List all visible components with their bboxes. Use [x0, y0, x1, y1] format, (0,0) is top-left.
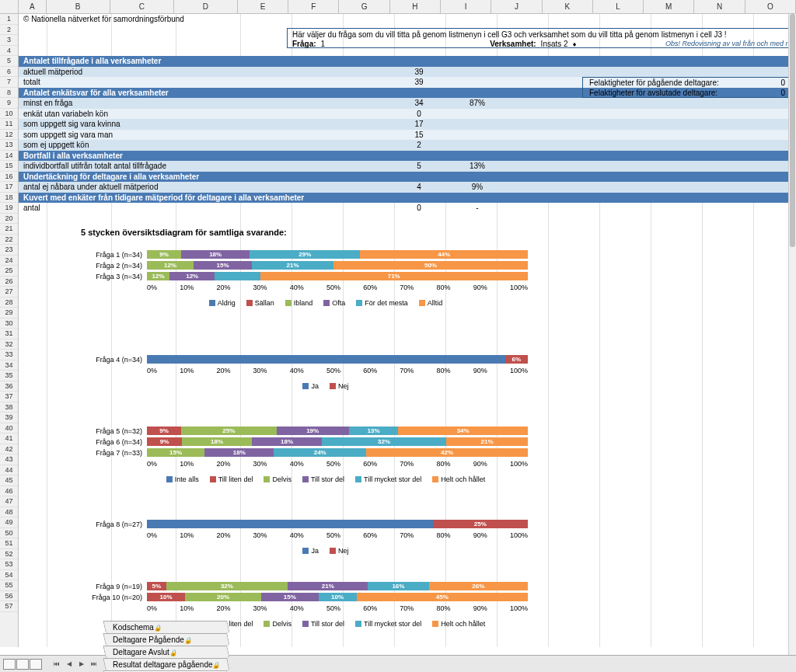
col-header-J[interactable]: J: [491, 0, 542, 13]
row-number[interactable]: 10: [0, 109, 18, 120]
row-number[interactable]: 11: [0, 119, 18, 130]
row-number[interactable]: 18: [0, 193, 18, 204]
row-number[interactable]: 57: [0, 601, 18, 612]
tab-next-icon[interactable]: ▶: [76, 659, 87, 670]
row-number[interactable]: 16: [0, 172, 18, 183]
corner-cell[interactable]: [0, 0, 19, 13]
view-normal-icon[interactable]: [3, 659, 16, 670]
row-number[interactable]: 56: [0, 591, 18, 602]
row-value: 39: [396, 68, 442, 76]
legend-swatch: [166, 476, 173, 482]
row-number[interactable]: 5: [0, 56, 18, 67]
row-number[interactable]: 29: [0, 308, 18, 319]
col-header-A[interactable]: A: [19, 0, 47, 13]
view-layout-icon[interactable]: [16, 659, 29, 670]
row-number[interactable]: 13: [0, 140, 18, 151]
row-number[interactable]: 15: [0, 161, 18, 172]
row-number[interactable]: 28: [0, 298, 18, 308]
col-header-N[interactable]: N: [694, 0, 745, 13]
sheet-tab[interactable]: Kodschema🔒: [103, 621, 230, 633]
row-number[interactable]: 25: [0, 266, 18, 277]
view-break-icon[interactable]: [30, 659, 42, 670]
row-number[interactable]: 51: [0, 538, 18, 549]
col-header-I[interactable]: I: [441, 0, 491, 13]
col-header-B[interactable]: B: [47, 0, 110, 13]
row-number[interactable]: 43: [0, 454, 18, 465]
axis-label: 100%: [510, 604, 528, 612]
row-number[interactable]: 46: [0, 486, 18, 497]
row-number[interactable]: 12: [0, 130, 18, 141]
axis-label: 70%: [400, 367, 414, 374]
row-number[interactable]: 55: [0, 580, 18, 591]
col-header-F[interactable]: F: [288, 0, 339, 13]
sheet-tab[interactable]: Deltagare Pågående🔒: [103, 633, 230, 646]
col-header-K[interactable]: K: [543, 0, 593, 13]
row-number[interactable]: 54: [0, 570, 18, 581]
col-header-L[interactable]: L: [593, 0, 644, 13]
verksamhet-value[interactable]: Insats 2: [541, 40, 568, 48]
row-number[interactable]: 14: [0, 151, 18, 162]
row-number[interactable]: 21: [0, 224, 18, 235]
row-number[interactable]: 22: [0, 235, 18, 245]
row-number[interactable]: 38: [0, 402, 18, 413]
row-number[interactable]: 33: [0, 350, 18, 360]
axis-label: 70%: [400, 531, 414, 539]
row-number[interactable]: 42: [0, 444, 18, 455]
tab-first-icon[interactable]: ⏮: [51, 659, 62, 670]
col-header-E[interactable]: E: [238, 0, 288, 13]
row-number[interactable]: 20: [0, 214, 18, 225]
row-number[interactable]: 36: [0, 381, 18, 392]
row-number[interactable]: 7: [0, 77, 18, 88]
row-number[interactable]: 50: [0, 528, 18, 539]
row-number[interactable]: 6: [0, 67, 18, 78]
col-header-C[interactable]: C: [110, 0, 174, 13]
row-number[interactable]: 17: [0, 182, 18, 193]
row-number[interactable]: 1: [0, 14, 18, 25]
vertical-scrollbar[interactable]: [788, 14, 796, 655]
col-header-G[interactable]: G: [339, 0, 389, 13]
stepper-icon[interactable]: ♦: [573, 40, 577, 48]
row-number[interactable]: 40: [0, 423, 18, 434]
row-number[interactable]: 9: [0, 98, 18, 109]
col-header-O[interactable]: O: [745, 0, 796, 13]
row-number[interactable]: 23: [0, 245, 18, 256]
fraga-value[interactable]: 1: [321, 40, 326, 48]
row-number[interactable]: 48: [0, 507, 18, 518]
row-number[interactable]: 24: [0, 256, 18, 266]
row-number[interactable]: 31: [0, 329, 18, 339]
axis-label: 60%: [363, 284, 377, 291]
row-number[interactable]: 52: [0, 549, 18, 560]
sheet-tab[interactable]: Resultat deltagare pågående🔒: [103, 658, 230, 670]
row-number[interactable]: 19: [0, 203, 18, 214]
row-number[interactable]: 45: [0, 475, 18, 486]
scrollbar-thumb[interactable]: [790, 14, 795, 247]
fraga-label: Fråga:: [292, 40, 316, 48]
row-number[interactable]: 4: [0, 46, 18, 57]
row-number[interactable]: 3: [0, 35, 18, 46]
row-number[interactable]: 35: [0, 371, 18, 381]
row-number[interactable]: 8: [0, 88, 18, 99]
row-number[interactable]: 37: [0, 392, 18, 402]
col-header-H[interactable]: H: [390, 0, 441, 13]
spreadsheet-grid[interactable]: © Nationella nätverket för samordningsfö…: [19, 14, 796, 647]
col-header-M[interactable]: M: [644, 0, 694, 13]
row-number[interactable]: 49: [0, 517, 18, 528]
sheet-tab[interactable]: Deltagare Avslut🔒: [103, 646, 230, 658]
row-number[interactable]: 2: [0, 25, 18, 36]
col-header-D[interactable]: D: [174, 0, 238, 13]
row-number[interactable]: 26: [0, 277, 18, 287]
row-number[interactable]: 44: [0, 465, 18, 476]
tab-prev-icon[interactable]: ◀: [64, 659, 75, 670]
row-number[interactable]: 34: [0, 360, 18, 371]
axis-label: 0%: [147, 604, 157, 612]
tab-last-icon[interactable]: ⏭: [89, 659, 100, 670]
axis-label: 40%: [290, 367, 304, 374]
row-number[interactable]: 41: [0, 433, 18, 444]
row-number[interactable]: 32: [0, 339, 18, 350]
row-number[interactable]: 47: [0, 496, 18, 507]
row-number[interactable]: 39: [0, 413, 18, 423]
row-number[interactable]: 53: [0, 559, 18, 570]
row-number[interactable]: 30: [0, 319, 18, 329]
axis-label: 0%: [147, 531, 157, 539]
row-number[interactable]: 27: [0, 287, 18, 298]
